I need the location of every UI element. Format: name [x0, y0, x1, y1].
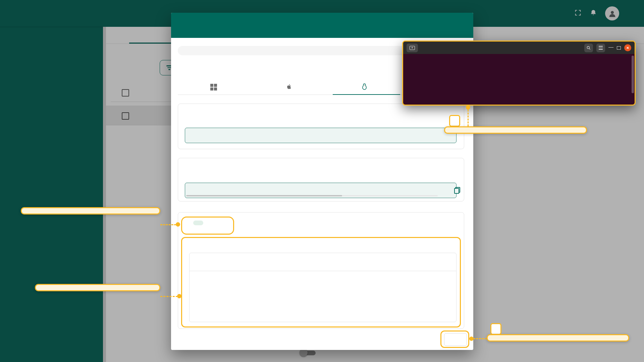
new-tab-button[interactable]: + — [407, 44, 418, 52]
terminal-titlebar[interactable]: + — × — [403, 42, 635, 54]
step-8-badge — [490, 323, 501, 335]
annotation-step7-callout — [444, 126, 587, 134]
dialog-header — [171, 13, 473, 38]
annotation-state-callout — [21, 207, 160, 215]
telemetry-table — [189, 253, 457, 322]
terminal-menu-button[interactable] — [596, 44, 605, 52]
close-button[interactable] — [444, 333, 467, 346]
terminal-close-icon[interactable]: × — [624, 44, 631, 51]
tab-macos[interactable] — [253, 80, 329, 95]
hamburger-icon — [599, 46, 603, 49]
annotation-dot — [466, 105, 470, 110]
copy-icon[interactable] — [454, 187, 460, 194]
minimize-icon[interactable]: — — [608, 45, 613, 49]
linux-icon — [361, 83, 368, 92]
terminal-window[interactable]: + — × — [402, 41, 636, 106]
annotation-step8-callout — [487, 334, 629, 342]
install-command — [185, 128, 457, 143]
state-card — [178, 212, 464, 329]
new-tab-icon: + — [410, 46, 415, 50]
tab-windows[interactable] — [178, 80, 253, 95]
terminal-output — [403, 54, 635, 58]
execute-card — [178, 158, 464, 201]
step-7-badge — [449, 115, 460, 127]
terminal-scrollbar[interactable] — [632, 56, 634, 93]
annotation-dot — [469, 337, 474, 341]
code-horizontal-scrollbar[interactable] — [186, 195, 438, 196]
annotation-telemetry-callout — [35, 284, 160, 291]
annotation-dot — [177, 294, 181, 298]
state-active-badge — [193, 221, 203, 225]
terminal-search-button[interactable] — [584, 44, 593, 52]
windows-icon — [210, 84, 217, 90]
apple-icon — [285, 83, 292, 92]
maximize-icon[interactable] — [617, 46, 621, 50]
screen: + — × — [0, 0, 644, 362]
annotation-dot — [176, 222, 180, 227]
install-card — [178, 104, 464, 149]
tab-linux[interactable] — [329, 80, 404, 95]
